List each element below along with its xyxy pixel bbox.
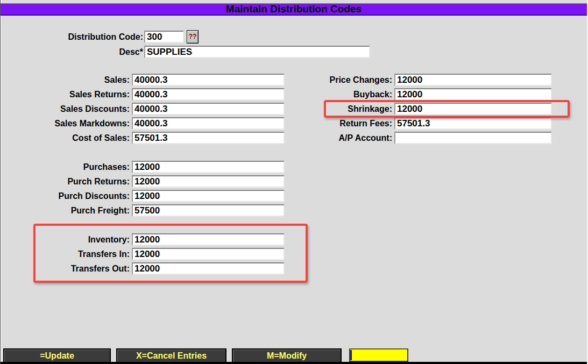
- field-row-purch-freight: Purch Freight:: [1, 204, 587, 219]
- purchases-label: Purchases:: [1, 161, 130, 174]
- command-input[interactable]: [349, 348, 408, 362]
- field-row-purch-returns: Purch Returns:: [1, 175, 587, 190]
- shrinkage-input[interactable]: [394, 103, 552, 115]
- field-row-desc: Desc*: [1, 46, 587, 60]
- purch-returns-input[interactable]: [132, 175, 285, 188]
- field-row-buyback: Buyback:: [1, 88, 587, 103]
- transfers-out-label: Transfers Out:: [1, 262, 130, 275]
- field-row-shrinkage: Shrinkage:: [1, 103, 587, 117]
- field-row-purch-discounts: Purch Discounts:: [1, 190, 587, 204]
- bottom-border-strip: [1, 362, 587, 364]
- field-row-price-changes: Price Changes:: [1, 74, 587, 88]
- field-row-transfers-in: Transfers In:: [1, 248, 587, 262]
- field-row-distribution-code: Distribution Code:: [1, 31, 587, 45]
- maintain-distribution-codes-page: Maintain Distribution Codes Distribution…: [0, 0, 588, 364]
- field-row-ap-account: A/P Account:: [1, 132, 587, 146]
- field-row-purchases: Purchases:: [1, 161, 587, 175]
- ap-account-label: A/P Account:: [243, 132, 392, 145]
- title-bar: Maintain Distribution Codes: [1, 3, 587, 16]
- buyback-label: Buyback:: [243, 88, 392, 101]
- inventory-input[interactable]: [132, 233, 285, 246]
- shrinkage-label: Shrinkage:: [243, 103, 392, 116]
- return-fees-label: Return Fees:: [243, 117, 392, 130]
- modify-button[interactable]: M=Modify: [232, 348, 342, 363]
- purchases-input[interactable]: [132, 161, 285, 173]
- price-changes-label: Price Changes:: [243, 74, 392, 87]
- transfers-out-input[interactable]: [132, 262, 285, 275]
- field-row-return-fees: Return Fees:: [1, 117, 587, 132]
- transfers-in-input[interactable]: [132, 248, 285, 260]
- return-fees-input[interactable]: [394, 117, 552, 130]
- desc-input[interactable]: [144, 46, 370, 58]
- update-button[interactable]: =Update: [3, 348, 111, 363]
- ap-account-input[interactable]: [394, 132, 552, 144]
- price-changes-input[interactable]: [394, 74, 552, 86]
- field-row-inventory: Inventory:: [1, 233, 587, 248]
- field-row-transfers-out: Transfers Out:: [1, 262, 587, 277]
- transfers-in-label: Transfers In:: [1, 248, 130, 261]
- purch-returns-label: Purch Returns:: [1, 175, 130, 188]
- inventory-label: Inventory:: [1, 233, 130, 246]
- purch-freight-label: Purch Freight:: [1, 204, 130, 217]
- buyback-input[interactable]: [394, 88, 552, 101]
- cancel-entries-button[interactable]: X=Cancel Entries: [116, 348, 226, 363]
- distribution-code-label: Distribution Code:: [1, 31, 143, 44]
- desc-label: Desc*: [1, 46, 143, 59]
- lookup-button[interactable]: ??: [187, 30, 199, 44]
- page-title: Maintain Distribution Codes: [226, 3, 362, 15]
- distribution-code-input[interactable]: [144, 31, 184, 43]
- purch-freight-input[interactable]: [132, 204, 285, 217]
- purch-discounts-input[interactable]: [132, 190, 285, 202]
- purch-discounts-label: Purch Discounts:: [1, 190, 130, 203]
